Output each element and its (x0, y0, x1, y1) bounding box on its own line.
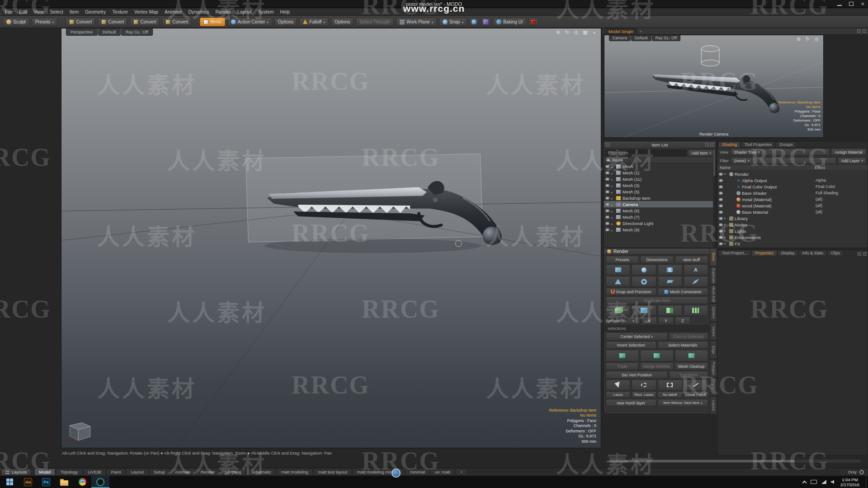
model-single-tab[interactable]: Model Single (604, 28, 637, 34)
toolbox-vertical-tab[interactable]: Layout (710, 396, 717, 414)
visibility-eye-icon[interactable] (605, 184, 609, 187)
select-materials-button[interactable]: Select Materials (658, 341, 708, 349)
visibility-eye-icon[interactable] (719, 192, 723, 195)
tray-expand-icon[interactable] (802, 480, 807, 485)
warning-button[interactable] (528, 18, 538, 26)
symmetry-dropdown[interactable] (627, 317, 640, 324)
options-button[interactable]: Options (274, 18, 297, 26)
properties-tab[interactable]: Properties (751, 250, 777, 256)
layout-tab[interactable]: UVEdit (83, 469, 106, 475)
layout-tab[interactable]: Render (196, 469, 219, 475)
assign-material-button[interactable]: Assign Material (831, 149, 866, 155)
items-mode-button[interactable]: Items (200, 18, 225, 26)
plane-primitive-button[interactable] (658, 276, 682, 287)
item-list-title-bar[interactable]: Item List (604, 141, 716, 149)
mesh-constraints-button[interactable]: Mesh Constraints (658, 288, 708, 296)
mesh-cleanup-button[interactable]: Mesh Cleanup (675, 362, 708, 370)
item-list-row[interactable]: Directional Light (604, 220, 716, 226)
add-viewport-tab-button[interactable]: + (640, 29, 642, 34)
maximize-button[interactable] (849, 2, 854, 6)
toolbox-top-button[interactable]: Presets (606, 256, 639, 263)
cone-primitive-button[interactable] (606, 276, 630, 287)
panel-option-icon[interactable] (857, 29, 861, 33)
magnifier-icon[interactable] (814, 36, 820, 42)
shader-tree-row[interactable]: Final Color Output Final Color (717, 183, 868, 190)
item-list-scrollbar[interactable] (713, 149, 716, 248)
layout-tab[interactable]: Schematic (247, 469, 276, 475)
set-vert-position-button[interactable]: Set Vert Position (606, 371, 668, 379)
camera-viewport-tab[interactable]: Ray GL: Off (652, 35, 680, 41)
layout-tab[interactable]: minimal (406, 469, 429, 475)
toolbox-top-button[interactable]: view stuff (675, 256, 708, 263)
expand-arrow-icon[interactable] (611, 189, 614, 194)
cylinder-primitive-button[interactable] (658, 264, 682, 275)
shader-tree-view-dropdown[interactable]: Shader Tree (731, 149, 830, 155)
visibility-eye-icon[interactable] (719, 217, 723, 220)
item-list-row[interactable]: Mesh (9) (604, 226, 716, 233)
layout-tab[interactable]: uv: matt (430, 469, 455, 475)
select-through-button[interactable]: Select Through (356, 18, 394, 26)
visibility-eye-icon[interactable] (719, 211, 723, 214)
viewport-tab[interactable]: Default (98, 28, 121, 36)
shader-tree-row[interactable]: metal (Material) (all) (717, 196, 868, 202)
crosshair-icon[interactable] (796, 36, 802, 42)
array-button[interactable] (684, 305, 708, 316)
viewport-tab[interactable]: Perspective (66, 28, 98, 36)
toolbox-vertical-tab[interactable]: Basic (710, 248, 717, 266)
layouts-button[interactable]: Layouts (1, 469, 31, 475)
refresh-icon[interactable] (805, 36, 811, 42)
item-menus-button[interactable]: Item Menus: New Item (658, 399, 708, 407)
visibility-eye-icon[interactable] (605, 216, 609, 219)
item-list-row[interactable]: Mesh (604, 163, 716, 169)
panel-menu-icon[interactable] (863, 252, 867, 256)
triple-button[interactable]: Triple (606, 362, 639, 370)
tree-expand-icon[interactable] (724, 223, 728, 226)
layout-tab[interactable]: Animate (170, 469, 195, 475)
camera-3d-viewport[interactable]: CameraDefaultRay GL: Off Reference: Back… (604, 35, 824, 138)
convert-button[interactable]: Convert (98, 18, 127, 26)
show-desktop-button[interactable] (866, 476, 868, 488)
snap-precision-button[interactable]: Snap and Precision (606, 288, 656, 296)
minimize-button[interactable] (837, 2, 842, 6)
menu-item[interactable]: Help (277, 9, 293, 14)
toolbox-vertical-tab[interactable]: Edge (710, 341, 717, 359)
visibility-eye-icon[interactable] (605, 178, 609, 181)
item-list-row[interactable]: Mesh (11) (604, 176, 716, 182)
panel-menu-icon[interactable] (710, 143, 714, 146)
cube-primitive-button[interactable] (606, 264, 630, 275)
volume-icon[interactable] (831, 480, 836, 484)
toolbox-vertical-tab[interactable]: Polygon (710, 359, 717, 377)
visibility-eye-icon[interactable] (719, 236, 723, 239)
visibility-eye-icon[interactable] (605, 197, 609, 200)
visibility-eye-icon[interactable] (719, 223, 723, 226)
item-list-row[interactable]: Mesh (3) (604, 182, 716, 188)
select-between-button[interactable] (675, 350, 708, 361)
curve-tool-button[interactable] (684, 276, 708, 287)
item-list-row[interactable]: Mesh (1) (604, 169, 716, 176)
scrollbar-thumb[interactable] (609, 460, 795, 462)
menu-item[interactable]: Vertex Map (131, 9, 161, 14)
lasso-mode-button[interactable] (632, 380, 656, 390)
expand-arrow-icon[interactable] (611, 227, 614, 232)
taskbar-file-explorer[interactable] (55, 476, 73, 488)
item-list-row[interactable]: Mesh (6) (604, 207, 716, 214)
properties-tab[interactable]: Clips (827, 250, 844, 256)
expand-arrow-icon[interactable] (611, 164, 614, 169)
properties-tab[interactable]: Display (778, 250, 798, 256)
color-swatch-button[interactable] (481, 18, 491, 26)
visibility-eye-icon[interactable] (719, 173, 723, 176)
expand-arrow-icon[interactable] (611, 183, 614, 188)
panel-pin-icon[interactable] (705, 143, 709, 146)
shader-tree-row[interactable]: Environments (717, 234, 868, 240)
expand-arrow-icon[interactable] (611, 196, 614, 201)
shader-tree-row[interactable]: Base Shader Full Shading (717, 190, 868, 196)
render-header-button[interactable]: Render (604, 249, 710, 255)
clone-button[interactable] (606, 305, 630, 316)
toolbox-top-button[interactable]: Dimensions (640, 256, 673, 263)
close-button[interactable] (861, 2, 864, 6)
layout-tab[interactable]: Layout (126, 469, 148, 475)
panel-close-icon[interactable] (863, 29, 866, 33)
transform-button[interactable]: Transform (669, 371, 708, 379)
menu-item[interactable]: Texture (109, 9, 131, 14)
symmetry-axis-button[interactable]: X (642, 317, 657, 324)
